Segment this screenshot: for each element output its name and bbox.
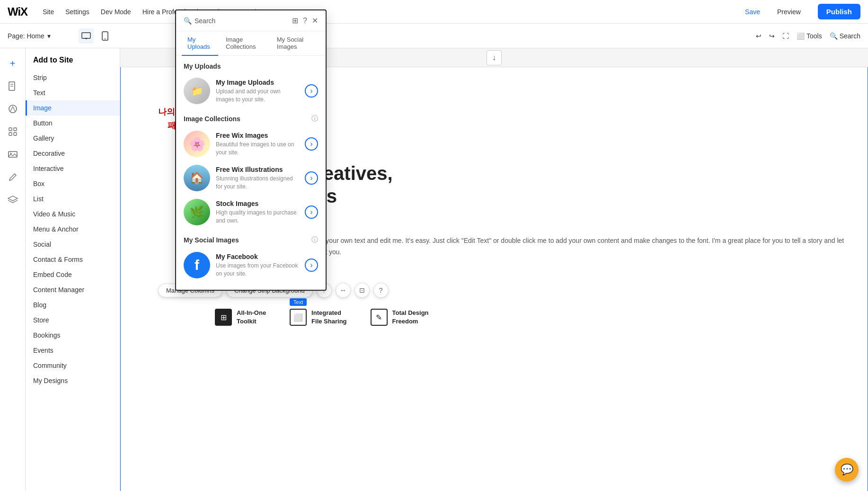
panel-item-interactive[interactable]: Interactive (26, 161, 120, 176)
uploads-modal: 🔍 Search ⊞ ? ✕ My Uploads Image Collecti… (175, 9, 327, 291)
stock-arrow-icon[interactable]: › (305, 205, 318, 219)
svg-point-4 (105, 38, 106, 39)
free-images-desc: Beautiful free images to use on your sit… (216, 141, 299, 157)
illustrations-desc: Stunning illustrations designed for your… (216, 175, 299, 191)
panel-title: Add to Site (26, 56, 120, 70)
my-image-uploads-item[interactable]: 📁 My Image Uploads Upload and add your o… (176, 74, 326, 108)
succulent-thumb: 🌿 (184, 199, 210, 225)
publish-button[interactable]: Publish (818, 4, 860, 19)
flower-thumb: 🌸 (184, 131, 210, 157)
save-button[interactable]: Save (745, 8, 760, 16)
expand-icon[interactable]: ↔ (336, 283, 351, 298)
panel-item-store[interactable]: Store (26, 312, 120, 328)
stock-title: Stock Images (216, 200, 299, 207)
fullscreen-button[interactable]: ⛶ (782, 32, 789, 40)
panel-item-content[interactable]: Content Manager (26, 282, 120, 297)
page-selector[interactable]: Page: Home ▾ (8, 32, 69, 40)
svg-rect-11 (9, 133, 12, 135)
panel-item-social[interactable]: Social (26, 237, 120, 252)
collections-info-icon[interactable]: ⓘ (311, 115, 318, 123)
panel-item-list[interactable]: List (26, 191, 120, 206)
panel-item-menu[interactable]: Menu & Anchor (26, 222, 120, 237)
desktop-view-button[interactable] (79, 28, 94, 44)
modal-grid-icon[interactable]: ⊞ (292, 16, 298, 25)
wix-logo: WiX (8, 5, 27, 18)
sidebar-icon-apps[interactable] (3, 122, 22, 141)
free-images-title: Free Wix Images (216, 132, 299, 139)
panel-item-embed[interactable]: Embed Code (26, 267, 120, 282)
facebook-desc: Use images from your Facebook on your si… (216, 262, 299, 278)
all-in-one-icon: ⊞ (215, 309, 232, 326)
second-toolbar: Page: Home ▾ ↩ ↪ ⛶ ⬜ Tools 🔍 Search (0, 24, 868, 48)
canvas-download-button[interactable]: ↓ (487, 50, 502, 65)
modal-search[interactable]: 🔍 Search (184, 17, 215, 25)
facebook-thumb: f (184, 252, 210, 278)
illustrations-arrow-icon[interactable]: › (305, 171, 318, 185)
uploads-item-desc: Upload and add your own images to your s… (216, 88, 299, 104)
sidebar-icon-media[interactable] (3, 145, 22, 164)
panel-item-events[interactable]: Events (26, 343, 120, 358)
facebook-title: My Facebook (216, 253, 299, 260)
sidebar-icon-design[interactable] (3, 99, 22, 118)
nav-site[interactable]: Site (43, 8, 54, 16)
mobile-view-button[interactable] (97, 28, 113, 44)
nav-settings[interactable]: Settings (65, 8, 89, 16)
preview-button[interactable]: Preview (777, 8, 801, 16)
free-wix-illustrations-item[interactable]: 🏠 Free Wix Illustrations Stunning illust… (176, 161, 326, 195)
top-navigation: WiX Site Settings Dev Mode Hire a Profes… (0, 0, 868, 24)
panel-item-community[interactable]: Community (26, 358, 120, 373)
panel-item-gallery[interactable]: Gallery (26, 131, 120, 146)
panel-item-image[interactable]: Image (26, 100, 120, 116)
integrated-label: IntegratedFile Sharing (311, 309, 346, 326)
undo-button[interactable]: ↩ (756, 32, 762, 40)
panel-item-text[interactable]: Text (26, 85, 120, 100)
toolbar-right: ↩ ↪ ⛶ ⬜ Tools 🔍 Search (756, 32, 860, 40)
panel-item-bookings[interactable]: Bookings (26, 328, 120, 343)
free-images-arrow-icon[interactable]: › (305, 137, 318, 151)
sidebar-icon-page[interactable] (3, 77, 22, 96)
panel-item-strip[interactable]: Strip (26, 70, 120, 85)
uploads-arrow-icon[interactable]: › (305, 84, 318, 98)
tools-button[interactable]: ⬜ Tools (797, 32, 822, 40)
chat-fab-button[interactable]: 💬 (835, 458, 859, 482)
panel-item-video[interactable]: Video & Music (26, 206, 120, 222)
facebook-item[interactable]: f My Facebook Use images from your Faceb… (176, 248, 326, 282)
social-title: My Social Images (184, 236, 239, 244)
modal-help-icon[interactable]: ? (303, 17, 307, 25)
panel-item-blog[interactable]: Blog (26, 297, 120, 312)
redo-button[interactable]: ↪ (769, 32, 775, 40)
feature-integrated: Text ⬜ IntegratedFile Sharing (290, 309, 346, 326)
lighthouse-thumb: 🏠 (184, 165, 210, 191)
help-icon[interactable]: ? (373, 283, 389, 298)
tools-icon: ⬜ (797, 32, 805, 40)
stock-images-item[interactable]: 🌿 Stock Images High quality images to pu… (176, 195, 326, 229)
panel-item-contact[interactable]: Contact & Forms (26, 252, 120, 267)
uploads-info: My Image Uploads Upload and add your own… (216, 79, 299, 104)
panel-item-box[interactable]: Box (26, 176, 120, 191)
panel-item-mydesigns[interactable]: My Designs (26, 373, 120, 388)
duplicate-icon[interactable]: ⊡ (354, 283, 370, 298)
facebook-arrow-icon[interactable]: › (305, 259, 318, 272)
panel-item-decorative[interactable]: Decorative (26, 146, 120, 161)
tab-collections[interactable]: Image Collections (220, 31, 269, 56)
free-wix-images-item[interactable]: 🌸 Free Wix Images Beautiful free images … (176, 127, 326, 161)
panel-item-button[interactable]: Button (26, 116, 120, 131)
modal-close-icon[interactable]: ✕ (312, 16, 318, 25)
modal-header-icons: ⊞ ? ✕ (292, 16, 318, 25)
sidebar-icon-layers[interactable] (3, 190, 22, 209)
text-badge: Text (290, 298, 307, 306)
sidebar-icon-pen[interactable] (3, 168, 22, 187)
stock-info: Stock Images High quality images to purc… (216, 200, 299, 225)
sidebar-icon-add[interactable]: + (3, 54, 22, 73)
my-uploads-title: My Uploads (184, 62, 221, 70)
nav-devmode[interactable]: Dev Mode (101, 8, 131, 16)
social-info-icon[interactable]: ⓘ (311, 236, 318, 244)
all-in-one-label: All-In-OneToolkit (237, 309, 266, 326)
icon-sidebar: + (0, 48, 26, 491)
guide-line-left (120, 67, 121, 491)
svg-point-14 (10, 153, 11, 154)
search-button[interactable]: 🔍 Search (830, 32, 860, 40)
tab-my-uploads[interactable]: My Uploads (182, 31, 218, 56)
tab-social[interactable]: My Social Images (271, 31, 320, 56)
uploads-item-title: My Image Uploads (216, 79, 299, 86)
